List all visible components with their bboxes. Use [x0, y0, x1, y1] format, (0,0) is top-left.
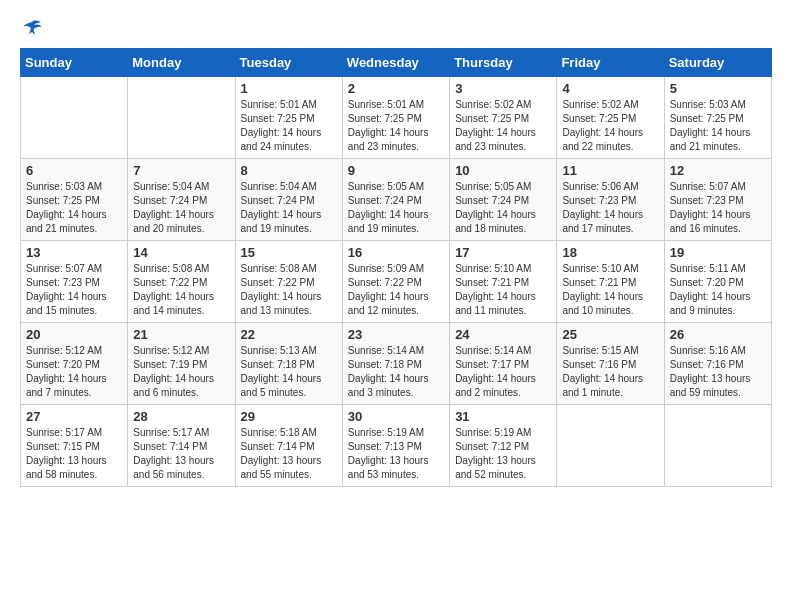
day-number: 2 — [348, 81, 444, 96]
cell-content: Sunrise: 5:15 AM Sunset: 7:16 PM Dayligh… — [562, 344, 658, 400]
calendar-header-thursday: Thursday — [450, 49, 557, 77]
cell-content: Sunrise: 5:07 AM Sunset: 7:23 PM Dayligh… — [670, 180, 766, 236]
day-number: 31 — [455, 409, 551, 424]
cell-content: Sunrise: 5:14 AM Sunset: 7:18 PM Dayligh… — [348, 344, 444, 400]
calendar-header-friday: Friday — [557, 49, 664, 77]
calendar-cell: 24Sunrise: 5:14 AM Sunset: 7:17 PM Dayli… — [450, 323, 557, 405]
calendar-cell: 7Sunrise: 5:04 AM Sunset: 7:24 PM Daylig… — [128, 159, 235, 241]
day-number: 4 — [562, 81, 658, 96]
day-number: 29 — [241, 409, 337, 424]
cell-content: Sunrise: 5:05 AM Sunset: 7:24 PM Dayligh… — [455, 180, 551, 236]
day-number: 10 — [455, 163, 551, 178]
cell-content: Sunrise: 5:08 AM Sunset: 7:22 PM Dayligh… — [241, 262, 337, 318]
cell-content: Sunrise: 5:06 AM Sunset: 7:23 PM Dayligh… — [562, 180, 658, 236]
cell-content: Sunrise: 5:17 AM Sunset: 7:14 PM Dayligh… — [133, 426, 229, 482]
day-number: 26 — [670, 327, 766, 342]
calendar-cell: 4Sunrise: 5:02 AM Sunset: 7:25 PM Daylig… — [557, 77, 664, 159]
cell-content: Sunrise: 5:04 AM Sunset: 7:24 PM Dayligh… — [133, 180, 229, 236]
calendar-cell: 18Sunrise: 5:10 AM Sunset: 7:21 PM Dayli… — [557, 241, 664, 323]
calendar-week-row: 1Sunrise: 5:01 AM Sunset: 7:25 PM Daylig… — [21, 77, 772, 159]
day-number: 20 — [26, 327, 122, 342]
day-number: 24 — [455, 327, 551, 342]
calendar-cell — [128, 77, 235, 159]
calendar-cell: 1Sunrise: 5:01 AM Sunset: 7:25 PM Daylig… — [235, 77, 342, 159]
cell-content: Sunrise: 5:09 AM Sunset: 7:22 PM Dayligh… — [348, 262, 444, 318]
calendar-cell: 21Sunrise: 5:12 AM Sunset: 7:19 PM Dayli… — [128, 323, 235, 405]
calendar-cell — [557, 405, 664, 487]
day-number: 18 — [562, 245, 658, 260]
calendar-cell: 22Sunrise: 5:13 AM Sunset: 7:18 PM Dayli… — [235, 323, 342, 405]
calendar-cell: 16Sunrise: 5:09 AM Sunset: 7:22 PM Dayli… — [342, 241, 449, 323]
calendar-header-wednesday: Wednesday — [342, 49, 449, 77]
calendar-cell: 8Sunrise: 5:04 AM Sunset: 7:24 PM Daylig… — [235, 159, 342, 241]
calendar-cell: 9Sunrise: 5:05 AM Sunset: 7:24 PM Daylig… — [342, 159, 449, 241]
calendar-cell: 10Sunrise: 5:05 AM Sunset: 7:24 PM Dayli… — [450, 159, 557, 241]
cell-content: Sunrise: 5:11 AM Sunset: 7:20 PM Dayligh… — [670, 262, 766, 318]
cell-content: Sunrise: 5:03 AM Sunset: 7:25 PM Dayligh… — [26, 180, 122, 236]
cell-content: Sunrise: 5:10 AM Sunset: 7:21 PM Dayligh… — [562, 262, 658, 318]
cell-content: Sunrise: 5:19 AM Sunset: 7:12 PM Dayligh… — [455, 426, 551, 482]
day-number: 16 — [348, 245, 444, 260]
day-number: 15 — [241, 245, 337, 260]
cell-content: Sunrise: 5:17 AM Sunset: 7:15 PM Dayligh… — [26, 426, 122, 482]
cell-content: Sunrise: 5:16 AM Sunset: 7:16 PM Dayligh… — [670, 344, 766, 400]
cell-content: Sunrise: 5:05 AM Sunset: 7:24 PM Dayligh… — [348, 180, 444, 236]
day-number: 17 — [455, 245, 551, 260]
calendar-cell: 26Sunrise: 5:16 AM Sunset: 7:16 PM Dayli… — [664, 323, 771, 405]
calendar-cell — [21, 77, 128, 159]
calendar-cell: 6Sunrise: 5:03 AM Sunset: 7:25 PM Daylig… — [21, 159, 128, 241]
day-number: 5 — [670, 81, 766, 96]
calendar-week-row: 6Sunrise: 5:03 AM Sunset: 7:25 PM Daylig… — [21, 159, 772, 241]
day-number: 1 — [241, 81, 337, 96]
day-number: 6 — [26, 163, 122, 178]
day-number: 22 — [241, 327, 337, 342]
day-number: 21 — [133, 327, 229, 342]
cell-content: Sunrise: 5:01 AM Sunset: 7:25 PM Dayligh… — [348, 98, 444, 154]
cell-content: Sunrise: 5:13 AM Sunset: 7:18 PM Dayligh… — [241, 344, 337, 400]
calendar-cell: 31Sunrise: 5:19 AM Sunset: 7:12 PM Dayli… — [450, 405, 557, 487]
logo-bird-icon — [21, 20, 43, 38]
calendar-header-monday: Monday — [128, 49, 235, 77]
day-number: 13 — [26, 245, 122, 260]
cell-content: Sunrise: 5:02 AM Sunset: 7:25 PM Dayligh… — [562, 98, 658, 154]
calendar-cell: 30Sunrise: 5:19 AM Sunset: 7:13 PM Dayli… — [342, 405, 449, 487]
cell-content: Sunrise: 5:01 AM Sunset: 7:25 PM Dayligh… — [241, 98, 337, 154]
day-number: 28 — [133, 409, 229, 424]
calendar-cell — [664, 405, 771, 487]
day-number: 3 — [455, 81, 551, 96]
calendar-cell: 28Sunrise: 5:17 AM Sunset: 7:14 PM Dayli… — [128, 405, 235, 487]
day-number: 7 — [133, 163, 229, 178]
day-number: 14 — [133, 245, 229, 260]
calendar-cell: 14Sunrise: 5:08 AM Sunset: 7:22 PM Dayli… — [128, 241, 235, 323]
day-number: 9 — [348, 163, 444, 178]
calendar-cell: 12Sunrise: 5:07 AM Sunset: 7:23 PM Dayli… — [664, 159, 771, 241]
calendar-cell: 5Sunrise: 5:03 AM Sunset: 7:25 PM Daylig… — [664, 77, 771, 159]
cell-content: Sunrise: 5:14 AM Sunset: 7:17 PM Dayligh… — [455, 344, 551, 400]
calendar-cell: 27Sunrise: 5:17 AM Sunset: 7:15 PM Dayli… — [21, 405, 128, 487]
calendar-header-saturday: Saturday — [664, 49, 771, 77]
day-number: 25 — [562, 327, 658, 342]
calendar-week-row: 13Sunrise: 5:07 AM Sunset: 7:23 PM Dayli… — [21, 241, 772, 323]
cell-content: Sunrise: 5:18 AM Sunset: 7:14 PM Dayligh… — [241, 426, 337, 482]
calendar-cell: 20Sunrise: 5:12 AM Sunset: 7:20 PM Dayli… — [21, 323, 128, 405]
calendar-cell: 29Sunrise: 5:18 AM Sunset: 7:14 PM Dayli… — [235, 405, 342, 487]
calendar-cell: 2Sunrise: 5:01 AM Sunset: 7:25 PM Daylig… — [342, 77, 449, 159]
cell-content: Sunrise: 5:12 AM Sunset: 7:20 PM Dayligh… — [26, 344, 122, 400]
calendar-week-row: 27Sunrise: 5:17 AM Sunset: 7:15 PM Dayli… — [21, 405, 772, 487]
calendar-cell: 17Sunrise: 5:10 AM Sunset: 7:21 PM Dayli… — [450, 241, 557, 323]
calendar-cell: 19Sunrise: 5:11 AM Sunset: 7:20 PM Dayli… — [664, 241, 771, 323]
cell-content: Sunrise: 5:02 AM Sunset: 7:25 PM Dayligh… — [455, 98, 551, 154]
day-number: 11 — [562, 163, 658, 178]
calendar-cell: 11Sunrise: 5:06 AM Sunset: 7:23 PM Dayli… — [557, 159, 664, 241]
day-number: 27 — [26, 409, 122, 424]
day-number: 8 — [241, 163, 337, 178]
calendar-cell: 3Sunrise: 5:02 AM Sunset: 7:25 PM Daylig… — [450, 77, 557, 159]
calendar-table: SundayMondayTuesdayWednesdayThursdayFrid… — [20, 48, 772, 487]
day-number: 30 — [348, 409, 444, 424]
cell-content: Sunrise: 5:08 AM Sunset: 7:22 PM Dayligh… — [133, 262, 229, 318]
cell-content: Sunrise: 5:10 AM Sunset: 7:21 PM Dayligh… — [455, 262, 551, 318]
calendar-cell: 23Sunrise: 5:14 AM Sunset: 7:18 PM Dayli… — [342, 323, 449, 405]
calendar-header-sunday: Sunday — [21, 49, 128, 77]
logo — [20, 20, 44, 38]
page-header — [20, 20, 772, 38]
